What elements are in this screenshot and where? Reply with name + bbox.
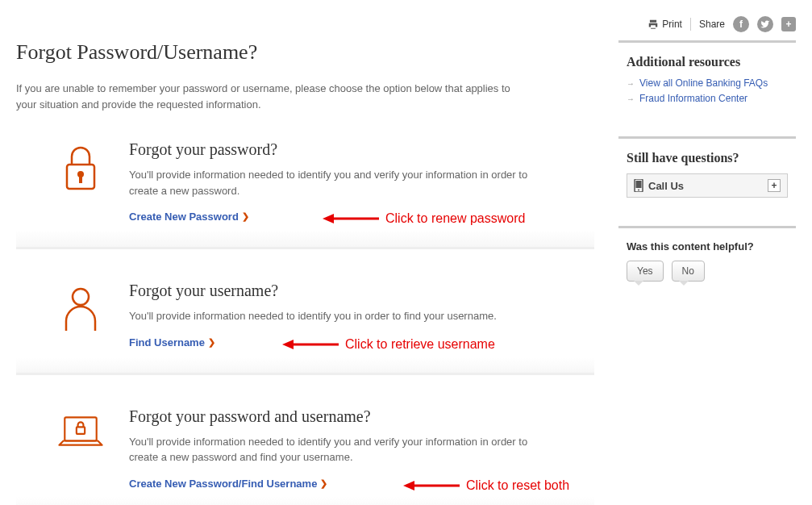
- link-label: Create New Password/Find Username: [129, 478, 317, 490]
- option-desc: You'll provide information needed to ide…: [129, 434, 548, 465]
- twitter-icon[interactable]: [757, 16, 773, 32]
- no-button[interactable]: No: [672, 261, 705, 282]
- option-title: Forgot your password and username?: [129, 407, 594, 426]
- svg-marker-11: [403, 481, 414, 490]
- chevron-right-icon: ❯: [208, 337, 215, 348]
- annotation: Click to reset both: [403, 478, 569, 493]
- create-password-find-username-link[interactable]: Create New Password/Find Username ❯: [129, 478, 327, 490]
- link-label: Fraud Information Center: [639, 93, 747, 104]
- chevron-right-icon: ❯: [242, 211, 249, 222]
- sidebar: Additional resources → View all Online B…: [618, 40, 796, 505]
- share-label: Share: [699, 19, 725, 30]
- page-title: Forgot Password/Username?: [16, 40, 594, 65]
- svg-point-14: [638, 190, 639, 191]
- option-forgot-password: Forgot your password? You'll provide inf…: [16, 132, 594, 249]
- print-label: Print: [662, 19, 682, 30]
- arrow-left-icon: [282, 338, 339, 351]
- option-title: Forgot your username?: [129, 282, 594, 300]
- annotation-text: Click to renew password: [385, 211, 525, 226]
- svg-rect-8: [65, 417, 96, 440]
- helpful-title: Was this content helpful?: [627, 240, 788, 252]
- annotation-text: Click to retrieve username: [345, 337, 495, 352]
- link-label: Find Username: [129, 336, 205, 348]
- divider: [690, 18, 691, 31]
- svg-point-5: [73, 289, 89, 305]
- link-label: View all Online Banking FAQs: [639, 77, 768, 89]
- yes-button[interactable]: Yes: [627, 261, 664, 282]
- find-username-link[interactable]: Find Username ❯: [129, 336, 215, 348]
- resources-title: Additional resources: [627, 55, 788, 69]
- arrow-left-icon: [403, 479, 460, 492]
- svg-rect-13: [636, 181, 642, 188]
- arrow-icon: →: [627, 94, 635, 103]
- content-helpful-box: Was this content helpful? Yes No: [618, 226, 796, 294]
- share-more-icon[interactable]: +: [781, 17, 796, 31]
- still-have-questions-box: Still have questions? Call Us +: [618, 136, 796, 210]
- annotation-text: Click to reset both: [466, 478, 569, 493]
- arrow-icon: →: [627, 79, 635, 88]
- call-us-label: Call Us: [648, 180, 684, 192]
- phone-icon: [634, 179, 643, 192]
- svg-marker-4: [323, 214, 334, 223]
- main-content: Forgot Password/Username? If you are una…: [16, 40, 594, 505]
- annotation: Click to retrieve username: [282, 337, 495, 352]
- create-password-link[interactable]: Create New Password ❯: [129, 211, 249, 223]
- call-us-button[interactable]: Call Us +: [627, 173, 788, 198]
- svg-rect-9: [77, 427, 85, 434]
- lock-icon: [56, 140, 105, 223]
- additional-resources-box: Additional resources → View all Online B…: [618, 40, 796, 120]
- person-icon: [56, 282, 105, 348]
- arrow-left-icon: [323, 212, 379, 225]
- link-label: Create New Password: [129, 211, 239, 223]
- svg-marker-7: [282, 340, 294, 349]
- svg-rect-2: [79, 176, 82, 183]
- page-intro: If you are unable to remember your passw…: [16, 81, 516, 112]
- laptop-lock-icon: [56, 407, 105, 490]
- option-desc: You'll provide information needed to ide…: [129, 167, 548, 198]
- questions-title: Still have questions?: [627, 151, 788, 165]
- print-icon: [648, 19, 659, 30]
- option-forgot-both: Forgot your password and username? You'l…: [16, 399, 594, 506]
- option-forgot-username: Forgot your username? You'll provide inf…: [16, 273, 594, 375]
- fraud-link[interactable]: → Fraud Information Center: [627, 93, 788, 104]
- option-title: Forgot your password?: [129, 140, 594, 159]
- faqs-link[interactable]: → View all Online Banking FAQs: [627, 77, 788, 89]
- option-desc: You'll provide information needed to ide…: [129, 308, 548, 324]
- facebook-icon[interactable]: f: [733, 16, 749, 32]
- annotation: Click to renew password: [323, 211, 525, 226]
- expand-icon: +: [768, 179, 781, 192]
- print-button[interactable]: Print: [648, 19, 682, 30]
- chevron-right-icon: ❯: [320, 478, 327, 489]
